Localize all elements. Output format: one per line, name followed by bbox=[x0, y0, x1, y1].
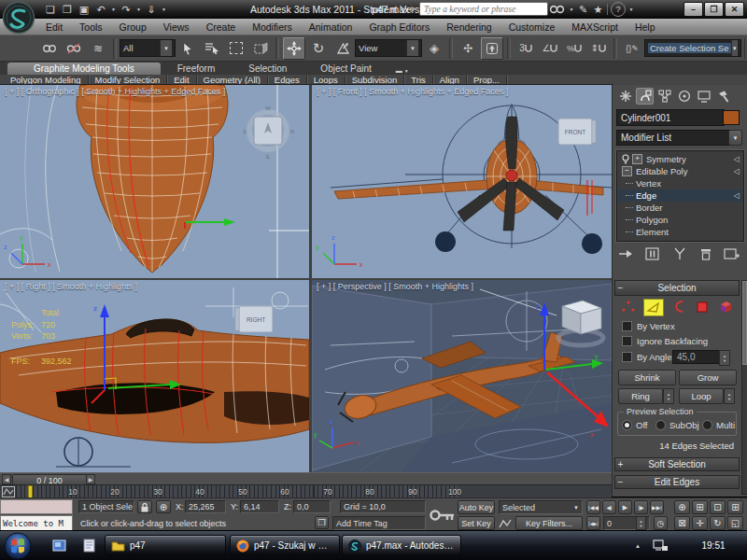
tray-expand-icon[interactable]: ▲ bbox=[635, 543, 641, 549]
menu-help[interactable]: Help bbox=[627, 21, 664, 33]
maximize-viewport-toggle-icon[interactable]: ◱ bbox=[727, 516, 743, 530]
preview-subobj-radio[interactable]: SubObj bbox=[655, 420, 699, 430]
search-binoculars-icon[interactable] bbox=[549, 3, 566, 16]
by-vertex-checkbox[interactable]: By Vertex bbox=[622, 321, 675, 331]
expand-icon[interactable]: + bbox=[632, 154, 642, 164]
go-to-end-icon[interactable]: ▶▶| bbox=[650, 500, 664, 514]
coord-system-arrow-icon[interactable]: ▼ bbox=[406, 40, 418, 56]
spinner-snap-icon[interactable]: ⇕ bbox=[587, 37, 610, 60]
redo-icon[interactable]: ↷ bbox=[119, 2, 134, 17]
ring-button[interactable]: Ring bbox=[618, 388, 663, 404]
x-coordinate-field[interactable]: 25,265 bbox=[185, 500, 226, 513]
maxscript-mini-listener[interactable]: Welcome to M bbox=[0, 515, 73, 531]
panel-modify-selection[interactable]: Modify Selection bbox=[89, 75, 168, 85]
stack-item-vertex[interactable]: Vertex bbox=[618, 177, 742, 189]
display-tab-icon[interactable] bbox=[695, 88, 712, 105]
rectangular-selection-region-icon[interactable] bbox=[225, 37, 247, 60]
y-coordinate-field[interactable]: 6,14 bbox=[240, 500, 279, 513]
use-pivot-center-icon[interactable]: ◈ bbox=[423, 37, 445, 60]
zoom-all-icon[interactable]: ⊞ bbox=[692, 500, 708, 514]
frame-back-arrow[interactable]: ◀ bbox=[2, 474, 11, 484]
search-dropdown-icon[interactable]: ▼ bbox=[569, 2, 574, 17]
viewport-label-right[interactable]: [ + ] [ Right ] [ Smooth + Highlights ] bbox=[5, 282, 137, 291]
viewcube-right-view[interactable]: RIGHT bbox=[235, 306, 273, 332]
ring-spinner[interactable]: ▲▼ bbox=[663, 388, 674, 404]
viewcube-front[interactable]: FRONT bbox=[558, 119, 596, 145]
pin-stack-icon[interactable] bbox=[618, 247, 635, 260]
menu-views[interactable]: Views bbox=[155, 21, 198, 33]
menu-modifiers[interactable]: Modifiers bbox=[244, 21, 301, 33]
new-key-filter-icon[interactable] bbox=[499, 518, 512, 529]
favorites-star-icon[interactable]: ★ bbox=[592, 2, 604, 17]
soft-selection-rollout-header[interactable]: + Soft Selection bbox=[614, 457, 740, 471]
tab-graphite-modeling-tools[interactable]: Graphite Modeling Tools bbox=[7, 63, 161, 75]
border-subobject-icon[interactable] bbox=[670, 299, 687, 315]
modifier-list-arrow-icon[interactable]: ▼ bbox=[728, 130, 742, 146]
select-and-manipulate-icon[interactable]: ✣ bbox=[457, 37, 479, 60]
undo-dropdown-icon[interactable]: ▼ bbox=[110, 2, 117, 17]
tab-freeform[interactable]: Freeform bbox=[161, 63, 233, 75]
menu-create[interactable]: Create bbox=[198, 21, 245, 33]
menu-customize[interactable]: Customize bbox=[500, 21, 564, 33]
menu-edit[interactable]: Edit bbox=[37, 21, 71, 33]
utilities-tab-icon[interactable] bbox=[714, 88, 732, 105]
isolate-selection-icon[interactable]: ❒ bbox=[315, 516, 329, 529]
viewport-perspective[interactable]: z y x xzy [ + ] [ Perspective ] [ bbox=[312, 280, 612, 472]
absolute-mode-icon[interactable]: ⊕ bbox=[156, 500, 171, 513]
key-mode-arrow-icon[interactable]: ▼ bbox=[573, 505, 579, 511]
search-expand-icon[interactable]: ▶ bbox=[411, 0, 416, 19]
infocenter-search-input[interactable] bbox=[419, 2, 548, 16]
lightbulb-icon[interactable] bbox=[621, 154, 630, 164]
loop-button[interactable]: Loop bbox=[679, 388, 724, 404]
network-tray-icon[interactable] bbox=[652, 539, 669, 553]
viewport-label-orthographic[interactable]: [ + ] [ Orthographic ] [ Smooth + Highli… bbox=[5, 87, 225, 96]
maxscript-mini-listener-pink[interactable] bbox=[0, 499, 73, 514]
redo-dropdown-icon[interactable]: ▼ bbox=[135, 2, 142, 17]
restore-button[interactable]: ❐ bbox=[704, 2, 724, 17]
polygon-subobject-icon[interactable] bbox=[694, 299, 711, 315]
set-project-icon[interactable]: ⇓ bbox=[144, 2, 159, 17]
ribbon-minimize-button[interactable]: ▬▼ bbox=[396, 67, 409, 74]
configure-modifier-sets-icon[interactable] bbox=[724, 247, 740, 260]
panel-polygon-modeling[interactable]: Polygon Modeling bbox=[4, 75, 89, 85]
preview-multi-radio[interactable]: Multi bbox=[702, 420, 735, 430]
window-crossing-icon[interactable] bbox=[249, 37, 272, 60]
menu-tools[interactable]: Tools bbox=[71, 21, 111, 33]
panel-edges[interactable]: Edges bbox=[268, 75, 307, 85]
selection-filter-dropdown[interactable]: All▼ bbox=[120, 39, 176, 57]
auto-key-button[interactable]: Auto Key bbox=[458, 500, 495, 514]
selection-lock-icon[interactable] bbox=[137, 500, 152, 513]
application-button[interactable] bbox=[2, 1, 35, 35]
tab-selection[interactable]: Selection bbox=[232, 63, 303, 75]
taskbar-button-browser[interactable]: p47 - Szukaj w Googl... bbox=[230, 535, 340, 556]
create-tab-icon[interactable] bbox=[616, 88, 634, 105]
viewport-front[interactable]: FRONT xzy [ + ] [ Front ] [ Smooth + Hig… bbox=[312, 85, 612, 278]
menu-animation[interactable]: Animation bbox=[301, 21, 361, 33]
taskbar-button-3dsmax[interactable]: p47.max - Autodesk ... bbox=[342, 535, 461, 556]
collapse-rollout-icon[interactable]: − bbox=[615, 477, 626, 487]
menu-rendering[interactable]: Rendering bbox=[438, 21, 500, 33]
current-frame-field[interactable]: 0▲▼ bbox=[603, 516, 650, 530]
help-dropdown-icon[interactable]: ▼ bbox=[628, 2, 634, 17]
select-and-link-icon[interactable] bbox=[38, 37, 61, 60]
selection-filter-arrow-icon[interactable]: ▼ bbox=[160, 40, 172, 56]
key-mode-toggle-icon[interactable]: |◀▶| bbox=[586, 516, 600, 530]
zoom-extents-icon[interactable]: ⊡ bbox=[710, 500, 726, 514]
grow-button[interactable]: Grow bbox=[679, 370, 737, 385]
show-end-result-icon[interactable] bbox=[644, 247, 661, 260]
percent-snap-icon[interactable]: % bbox=[563, 37, 585, 60]
stack-item-editable-poly[interactable]: − Editable Poly ◁ bbox=[618, 165, 742, 177]
taskbar-button-folder[interactable]: p47 bbox=[105, 535, 226, 556]
tab-object-paint[interactable]: Object Paint bbox=[303, 63, 388, 75]
viewport-orthographic[interactable]: SNEW xyz [ + ] [ Orthographic ] [ Smooth… bbox=[0, 85, 309, 278]
select-object-icon[interactable] bbox=[176, 37, 199, 60]
minimize-button[interactable]: – bbox=[684, 2, 703, 17]
edit-edges-rollout-header[interactable]: − Edit Edges bbox=[614, 475, 740, 489]
open-file-icon[interactable]: ❐ bbox=[60, 2, 75, 17]
motion-tab-icon[interactable] bbox=[675, 88, 693, 105]
angle-snap-icon[interactable]: ∠ bbox=[539, 37, 561, 60]
help-icon[interactable]: ? bbox=[611, 2, 626, 17]
reference-coordinate-dropdown[interactable]: View▼ bbox=[355, 39, 422, 57]
orbit-icon[interactable]: ↻ bbox=[710, 516, 726, 530]
stack-item-symmetry[interactable]: + Symmetry ◁ bbox=[618, 153, 742, 165]
